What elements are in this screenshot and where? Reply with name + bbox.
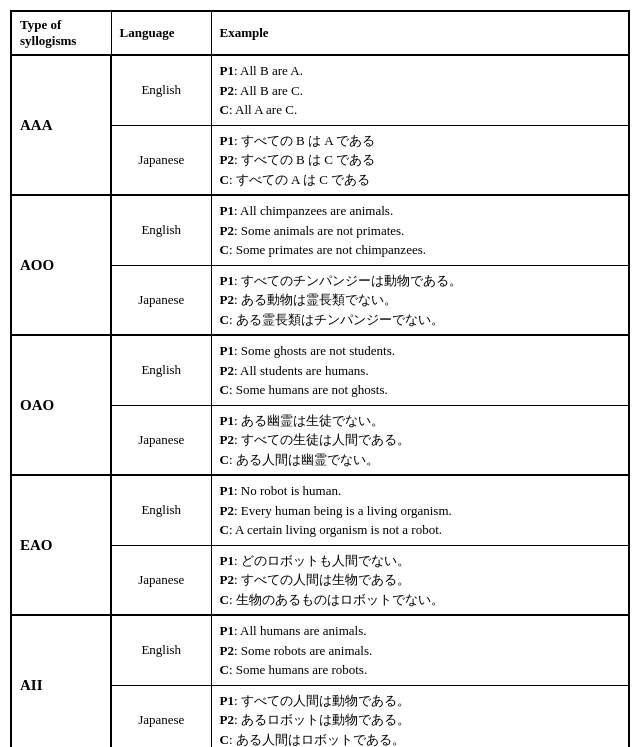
premise-label: C (220, 732, 229, 747)
lang-cell-aii-1: Japanese (111, 685, 211, 747)
premise-label: P2 (220, 432, 234, 447)
premise-label: P2 (220, 572, 234, 587)
header-example: Example (211, 11, 629, 55)
premise-label: P1 (220, 623, 234, 638)
example-line-aoo-0-0: P1: All chimpanzees are animals. (220, 201, 621, 221)
example-cell-oao-0: P1: Some ghosts are not students.P2: All… (211, 335, 629, 405)
lang-cell-eao-0: English (111, 475, 211, 545)
premise-label: P1 (220, 203, 234, 218)
lang-cell-aaa-0: English (111, 55, 211, 125)
example-line-oao-0-1: P2: All students are humans. (220, 361, 621, 381)
header-type: Type of syllogisms (11, 11, 111, 55)
lang-cell-aoo-1: Japanese (111, 265, 211, 335)
example-cell-aoo-0: P1: All chimpanzees are animals.P2: Some… (211, 195, 629, 265)
example-line-aii-1-1: P2: あるロボットは動物である。 (220, 710, 621, 730)
example-line-aii-1-2: C: ある人間はロボットである。 (220, 730, 621, 748)
example-line-aoo-1-1: P2: ある動物は霊長類でない。 (220, 290, 621, 310)
example-line-aii-0-0: P1: All humans are animals. (220, 621, 621, 641)
example-line-aii-1-0: P1: すべての人間は動物である。 (220, 691, 621, 711)
lang-cell-aaa-1: Japanese (111, 125, 211, 195)
type-cell-eao: EAO (11, 475, 111, 615)
example-line-aii-0-1: P2: Some robots are animals. (220, 641, 621, 661)
premise-label: C (220, 592, 229, 607)
example-line-aaa-0-2: C: All A are C. (220, 100, 621, 120)
premise-label: P2 (220, 152, 234, 167)
premise-label: P2 (220, 83, 234, 98)
example-line-aaa-1-1: P2: すべての B は C である (220, 150, 621, 170)
example-cell-eao-1: P1: どのロボットも人間でない。P2: すべての人間は生物である。C: 生物の… (211, 545, 629, 615)
example-line-aoo-0-2: C: Some primates are not chimpanzees. (220, 240, 621, 260)
example-cell-eao-0: P1: No robot is human.P2: Every human be… (211, 475, 629, 545)
example-cell-aaa-1: P1: すべての B は A であるP2: すべての B は C であるC: す… (211, 125, 629, 195)
premise-label: C (220, 452, 229, 467)
premise-label: P1 (220, 273, 234, 288)
premise-label: P1 (220, 133, 234, 148)
premise-label: C (220, 102, 229, 117)
example-line-eao-0-2: C: A certain living organism is not a ro… (220, 520, 621, 540)
example-line-aaa-0-0: P1: All B are A. (220, 61, 621, 81)
syllogisms-table: Type of syllogisms Language Example AAAE… (10, 10, 630, 747)
type-cell-aoo: AOO (11, 195, 111, 335)
example-line-oao-0-2: C: Some humans are not ghosts. (220, 380, 621, 400)
premise-label: C (220, 662, 229, 677)
example-cell-aoo-1: P1: すべてのチンパンジーは動物である。P2: ある動物は霊長類でない。C: … (211, 265, 629, 335)
example-line-aaa-0-1: P2: All B are C. (220, 81, 621, 101)
premise-label: P2 (220, 503, 234, 518)
example-line-eao-1-1: P2: すべての人間は生物である。 (220, 570, 621, 590)
premise-label: P2 (220, 292, 234, 307)
premise-label: C (220, 312, 229, 327)
premise-label: C (220, 382, 229, 397)
example-cell-aii-0: P1: All humans are animals.P2: Some robo… (211, 615, 629, 685)
header-language: Language (111, 11, 211, 55)
example-line-oao-1-0: P1: ある幽霊は生徒でない。 (220, 411, 621, 431)
premise-label: P1 (220, 343, 234, 358)
premise-label: C (220, 172, 229, 187)
premise-label: C (220, 242, 229, 257)
example-line-oao-1-2: C: ある人間は幽霊でない。 (220, 450, 621, 470)
premise-label: P1 (220, 693, 234, 708)
example-line-oao-0-0: P1: Some ghosts are not students. (220, 341, 621, 361)
premise-label: P2 (220, 712, 234, 727)
example-line-eao-0-1: P2: Every human being is a living organi… (220, 501, 621, 521)
premise-label: P1 (220, 63, 234, 78)
lang-cell-aii-0: English (111, 615, 211, 685)
example-line-aii-0-2: C: Some humans are robots. (220, 660, 621, 680)
premise-label: P1 (220, 553, 234, 568)
example-line-aaa-1-0: P1: すべての B は A である (220, 131, 621, 151)
example-line-eao-1-0: P1: どのロボットも人間でない。 (220, 551, 621, 571)
premise-label: P2 (220, 643, 234, 658)
lang-cell-eao-1: Japanese (111, 545, 211, 615)
example-line-oao-1-1: P2: すべての生徒は人間である。 (220, 430, 621, 450)
premise-label: P2 (220, 363, 234, 378)
example-line-aoo-1-0: P1: すべてのチンパンジーは動物である。 (220, 271, 621, 291)
example-cell-aii-1: P1: すべての人間は動物である。P2: あるロボットは動物である。C: ある人… (211, 685, 629, 747)
lang-cell-oao-1: Japanese (111, 405, 211, 475)
premise-label: C (220, 522, 229, 537)
example-line-aoo-0-1: P2: Some animals are not primates. (220, 221, 621, 241)
example-line-eao-0-0: P1: No robot is human. (220, 481, 621, 501)
type-cell-oao: OAO (11, 335, 111, 475)
example-cell-oao-1: P1: ある幽霊は生徒でない。P2: すべての生徒は人間である。C: ある人間は… (211, 405, 629, 475)
example-line-aoo-1-2: C: ある霊長類はチンパンジーでない。 (220, 310, 621, 330)
type-cell-aii: AII (11, 615, 111, 747)
example-line-aaa-1-2: C: すべての A は C である (220, 170, 621, 190)
lang-cell-oao-0: English (111, 335, 211, 405)
type-cell-aaa: AAA (11, 55, 111, 195)
premise-label: P2 (220, 223, 234, 238)
lang-cell-aoo-0: English (111, 195, 211, 265)
example-cell-aaa-0: P1: All B are A.P2: All B are C.C: All A… (211, 55, 629, 125)
premise-label: P1 (220, 413, 234, 428)
premise-label: P1 (220, 483, 234, 498)
example-line-eao-1-2: C: 生物のあるものはロボットでない。 (220, 590, 621, 610)
